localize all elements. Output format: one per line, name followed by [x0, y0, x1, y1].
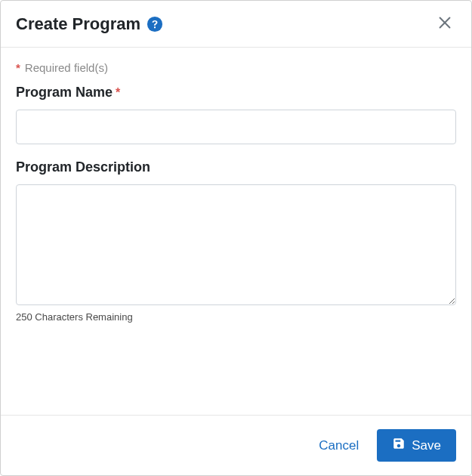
- create-program-modal: Create Program * Required field(s) Progr…: [0, 0, 472, 476]
- title-wrap: Create Program: [16, 14, 163, 34]
- modal-title: Create Program: [16, 14, 140, 34]
- characters-remaining: 250 Characters Remaining: [16, 311, 456, 323]
- save-button[interactable]: Save: [377, 429, 456, 462]
- program-name-label: Program Name *: [16, 85, 456, 100]
- required-asterisk-icon: *: [116, 86, 120, 100]
- modal-body: * Required field(s) Program Name * Progr…: [1, 48, 471, 415]
- program-name-input[interactable]: [16, 110, 456, 144]
- close-button[interactable]: [433, 11, 456, 36]
- program-name-label-text: Program Name: [16, 85, 113, 100]
- program-description-group: Program Description 250 Characters Remai…: [16, 159, 456, 323]
- save-icon: [392, 437, 406, 454]
- required-fields-text: Required field(s): [25, 61, 108, 74]
- required-asterisk-icon: *: [16, 61, 20, 74]
- cancel-button[interactable]: Cancel: [316, 434, 362, 458]
- save-button-label: Save: [412, 438, 441, 453]
- modal-header: Create Program: [1, 1, 471, 48]
- program-description-label: Program Description: [16, 159, 456, 175]
- required-fields-note: * Required field(s): [16, 61, 456, 74]
- program-name-group: Program Name *: [16, 85, 456, 144]
- program-description-label-text: Program Description: [16, 159, 150, 175]
- help-icon[interactable]: [147, 16, 163, 32]
- close-icon: [437, 14, 453, 33]
- program-description-textarea[interactable]: [16, 184, 456, 305]
- modal-footer: Cancel Save: [1, 415, 471, 475]
